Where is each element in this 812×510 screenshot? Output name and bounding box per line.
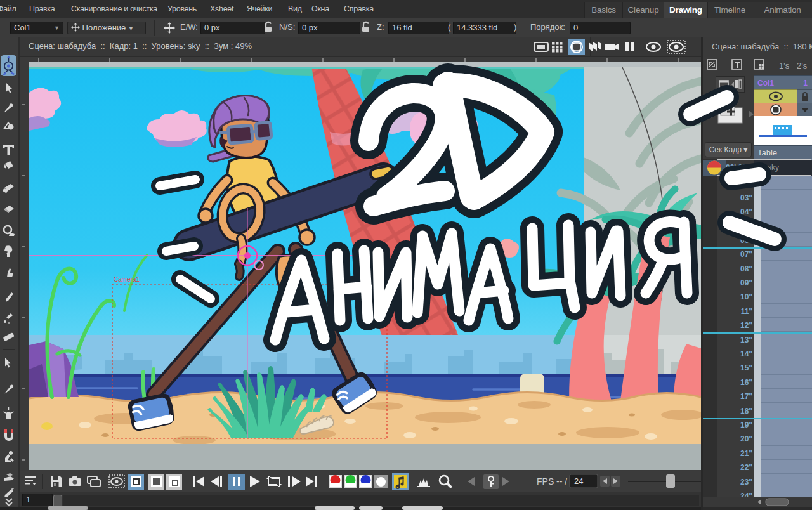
- svg-text:Camera1: Camera1: [114, 276, 140, 283]
- svg-text:1's: 1's: [779, 61, 790, 70]
- svg-text:FPS -- /: FPS -- /: [537, 476, 567, 487]
- svg-text:24: 24: [574, 476, 583, 486]
- svg-text:2's: 2's: [797, 61, 808, 70]
